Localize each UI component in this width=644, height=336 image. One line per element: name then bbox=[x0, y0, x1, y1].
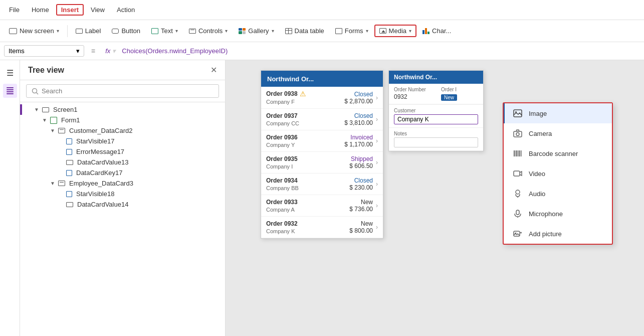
equals-sign: = bbox=[87, 47, 99, 55]
media-dropdown-video[interactable]: Video bbox=[504, 163, 612, 184]
hamburger-button[interactable]: ☰ bbox=[3, 64, 18, 82]
svg-rect-17 bbox=[514, 171, 520, 176]
order-0938-chevron: › bbox=[376, 94, 378, 101]
layers-button[interactable] bbox=[3, 84, 17, 98]
starvisible17-icon bbox=[66, 138, 72, 144]
order-0934-right: Closed $ 230.00 bbox=[343, 177, 373, 191]
starvisible18-icon bbox=[66, 191, 72, 197]
media-dropdown-barcode[interactable]: Barcode scanner bbox=[504, 143, 612, 163]
order-row-0933[interactable]: Order 0933 Company A New $ 736.00 › bbox=[261, 195, 383, 217]
order-0934-info: Order 0934 Company BB bbox=[266, 177, 343, 192]
text-chevron: ▾ bbox=[175, 28, 178, 34]
forms-button[interactable]: Forms ▾ bbox=[330, 25, 373, 37]
order-0937-num: Order 0937 bbox=[266, 112, 298, 119]
button-icon bbox=[112, 29, 119, 34]
datacardkey17-icon bbox=[66, 170, 72, 176]
svg-rect-16 bbox=[521, 150, 522, 156]
menu-action[interactable]: Action bbox=[112, 4, 140, 16]
svg-point-18 bbox=[516, 190, 520, 194]
datacardvalue14-label: DataCardValue14 bbox=[77, 201, 128, 208]
order-0936-company: Company Y bbox=[266, 142, 295, 148]
gallery-button[interactable]: Gallery ▾ bbox=[234, 25, 279, 37]
tree-item-screen1[interactable]: ▼ Screen1 bbox=[20, 104, 225, 115]
tree-item-form1[interactable]: ▼ Form1 bbox=[20, 115, 225, 125]
order-0932-right: New $ 800.00 bbox=[343, 220, 373, 234]
svg-rect-3 bbox=[7, 93, 14, 94]
tree-item-starvisible18[interactable]: StarVisible18 bbox=[20, 189, 225, 199]
sidebar-close-button[interactable]: ✕ bbox=[210, 65, 217, 75]
order-0932-chevron: › bbox=[376, 224, 378, 231]
tree-item-customer-datacard2[interactable]: ▼ Customer_DataCard2 bbox=[20, 125, 225, 136]
search-input[interactable] bbox=[42, 87, 213, 95]
label-button[interactable]: Label bbox=[71, 25, 106, 37]
order-0936-amount: $ 1,170.00 bbox=[343, 141, 373, 148]
svg-rect-11 bbox=[515, 150, 516, 156]
orders-list-panel: Northwind Or... Order 0938 ⚠ Company F C… bbox=[261, 70, 383, 239]
tree-item-datacardvalue14[interactable]: DataCardValue14 bbox=[20, 199, 225, 210]
menu-home[interactable]: Home bbox=[27, 4, 54, 16]
notes-input[interactable] bbox=[394, 137, 478, 147]
order-0938-status: Closed bbox=[343, 91, 373, 98]
formula-input[interactable] bbox=[122, 47, 640, 55]
image-icon bbox=[513, 108, 523, 118]
order-row-0936[interactable]: Order 0936 Company Y Invoiced $ 1,170.00… bbox=[261, 130, 383, 152]
media-dropdown-audio[interactable]: Audio bbox=[504, 184, 612, 204]
starvisible18-label: StarVisible18 bbox=[76, 190, 114, 198]
text-button[interactable]: Text ▾ bbox=[146, 25, 183, 37]
media-dropdown-camera[interactable]: Camera bbox=[504, 123, 612, 143]
order-0933-amount: $ 736.00 bbox=[343, 206, 373, 213]
order-row-0935[interactable]: Order 0935 Company I Shipped $ 606.50 › bbox=[261, 152, 383, 174]
datacardvalue14-icon bbox=[66, 202, 73, 207]
order-0934-num: Order 0934 bbox=[266, 177, 298, 184]
svg-rect-20 bbox=[516, 210, 519, 215]
svg-rect-15 bbox=[520, 150, 521, 156]
tree-item-datacardvalue13[interactable]: DataCardValue13 bbox=[20, 157, 225, 167]
menu-insert[interactable]: Insert bbox=[56, 4, 84, 16]
tree-item-errormessage17[interactable]: ErrorMessage17 bbox=[20, 146, 225, 157]
arrow-screen1: ▼ bbox=[34, 107, 40, 112]
media-dropdown-image[interactable]: Image bbox=[504, 103, 612, 123]
order-0937-chevron: › bbox=[376, 116, 378, 123]
items-dropdown[interactable]: Items ▾ bbox=[4, 45, 84, 57]
notes-field: Notes bbox=[389, 128, 483, 151]
customer-input[interactable] bbox=[394, 114, 478, 124]
gallery-icon bbox=[239, 28, 246, 34]
order-row-0932[interactable]: Order 0932 Company K New $ 800.00 › bbox=[261, 217, 383, 238]
arrow-form1: ▼ bbox=[42, 117, 48, 123]
tree-item-employee-datacard3[interactable]: ▼ Employee_DataCard3 bbox=[20, 178, 225, 189]
menu-view[interactable]: View bbox=[86, 4, 110, 16]
order-row-0938[interactable]: Order 0938 ⚠ Company F Closed $ 2,870.00… bbox=[261, 87, 383, 109]
formula-bar: Items ▾ = fx ▾ bbox=[0, 42, 644, 60]
media-dropdown-microphone[interactable]: Microphone bbox=[504, 204, 612, 224]
order-0935-status: Shipped bbox=[343, 155, 373, 162]
tree-item-datacardkey17[interactable]: DataCardKey17 bbox=[20, 167, 225, 178]
new-screen-button[interactable]: New screen ▾ bbox=[4, 25, 64, 37]
controls-button[interactable]: Controls ▾ bbox=[184, 25, 233, 37]
button-button[interactable]: Button bbox=[107, 25, 145, 37]
order-0938-amount: $ 2,870.00 bbox=[343, 98, 373, 105]
new-screen-chevron: ▾ bbox=[57, 28, 59, 34]
order-row-0937[interactable]: Order 0937 Company CC Closed $ 3,810.00 … bbox=[261, 109, 383, 130]
fx-button[interactable]: fx ▾ bbox=[102, 47, 119, 55]
media-button[interactable]: Media ▾ bbox=[374, 25, 416, 37]
svg-rect-22 bbox=[514, 231, 520, 236]
svg-point-9 bbox=[516, 133, 519, 136]
canvas-area: Northwind Or... Order 0938 ⚠ Company F C… bbox=[226, 60, 644, 336]
media-dropdown: Image Camera bbox=[503, 102, 613, 245]
media-dropdown-add-picture[interactable]: Add picture bbox=[504, 224, 612, 244]
order-0936-info: Order 0936 Company Y bbox=[266, 133, 343, 148]
data-table-button[interactable]: Data table bbox=[280, 25, 329, 37]
tree-item-starvisible17[interactable]: StarVisible17 bbox=[20, 136, 225, 146]
order-number-field: Order Number 0932 bbox=[389, 84, 436, 104]
order-0933-company: Company A bbox=[266, 207, 295, 213]
datacardvalue13-label: DataCardValue13 bbox=[77, 158, 128, 166]
data-table-icon bbox=[285, 28, 292, 34]
form1-label: Form1 bbox=[61, 116, 80, 124]
add-picture-label: Add picture bbox=[529, 230, 562, 238]
order-0934-chevron: › bbox=[376, 181, 378, 188]
menu-file[interactable]: File bbox=[4, 4, 25, 16]
order-row-0934[interactable]: Order 0934 Company BB Closed $ 230.00 › bbox=[261, 174, 383, 195]
chart-button[interactable]: Char... bbox=[417, 25, 456, 37]
dropdown-arrow: ▾ bbox=[76, 47, 80, 55]
sidebar-title: Tree view bbox=[28, 66, 64, 75]
